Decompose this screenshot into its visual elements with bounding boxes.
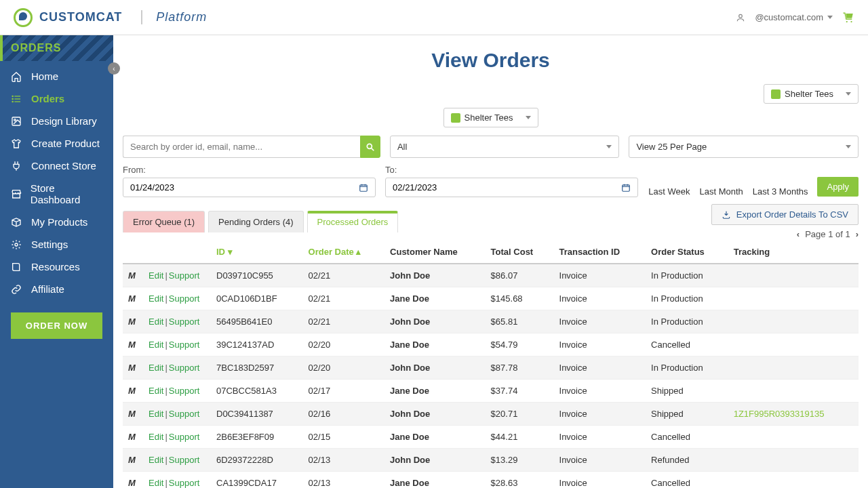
- range-last-month[interactable]: Last Month: [699, 186, 743, 197]
- row-tracking: [728, 472, 859, 489]
- row-txn[interactable]: Invoice: [554, 380, 646, 403]
- apply-button[interactable]: Apply: [817, 177, 859, 197]
- export-csv-button[interactable]: Export Order Details To CSV: [711, 204, 859, 225]
- plug-icon: [11, 161, 23, 171]
- status-filter-select[interactable]: All: [390, 136, 620, 158]
- col-order-date[interactable]: Order Date ▴: [303, 241, 384, 264]
- row-customer: John Doe: [384, 449, 486, 472]
- support-link[interactable]: Support: [169, 317, 200, 327]
- search-button[interactable]: [360, 136, 380, 158]
- support-link[interactable]: Support: [169, 293, 200, 304]
- edit-link[interactable]: Edit: [149, 293, 163, 304]
- tracking-link[interactable]: 1Z1F995R0393319135: [734, 409, 825, 419]
- sidebar-item-label: Resources: [31, 261, 80, 272]
- row-status: Shipped: [646, 380, 728, 403]
- range-last-week[interactable]: Last Week: [648, 186, 690, 197]
- page-size-select[interactable]: View 25 Per Page: [629, 136, 859, 158]
- col-id[interactable]: ID ▾: [211, 241, 303, 264]
- cart-icon[interactable]: [842, 12, 854, 24]
- page-prev[interactable]: ‹: [797, 229, 800, 239]
- edit-link[interactable]: Edit: [149, 409, 163, 419]
- to-date-input[interactable]: [393, 182, 621, 192]
- row-date: 02/21: [303, 287, 384, 310]
- gear-icon: [11, 239, 23, 250]
- support-link[interactable]: Support: [169, 478, 200, 488]
- row-cost: $37.74: [486, 380, 554, 403]
- support-link[interactable]: Support: [169, 340, 200, 350]
- support-link[interactable]: Support: [169, 432, 200, 442]
- row-txn[interactable]: Invoice: [554, 333, 646, 357]
- search-input[interactable]: [123, 136, 360, 158]
- row-txn[interactable]: Invoice: [554, 426, 646, 449]
- row-txn[interactable]: Invoice: [554, 310, 646, 333]
- support-link[interactable]: Support: [169, 409, 200, 419]
- shirt-icon: [11, 138, 23, 149]
- sidebar-item-home[interactable]: Home: [0, 65, 113, 87]
- row-txn[interactable]: Invoice: [554, 472, 646, 489]
- support-link[interactable]: Support: [169, 270, 200, 281]
- calendar-icon[interactable]: [359, 183, 368, 192]
- col-transaction-id[interactable]: Transaction ID: [554, 241, 646, 264]
- tab-error-queue[interactable]: Error Queue (1): [123, 211, 205, 232]
- col-tracking[interactable]: Tracking: [728, 241, 859, 264]
- user-menu[interactable]: @customcat.com: [755, 12, 833, 22]
- calendar-icon[interactable]: [621, 183, 631, 192]
- sidebar-item-design-library[interactable]: Design Library: [0, 110, 113, 132]
- row-actions: Edit|Support: [143, 357, 211, 380]
- row-actions: Edit|Support: [143, 403, 211, 426]
- col-actions: [143, 241, 211, 264]
- sidebar-item-my-products[interactable]: My Products: [0, 211, 113, 233]
- row-txn[interactable]: Invoice: [554, 264, 646, 287]
- user-icon: [736, 13, 745, 22]
- edit-link[interactable]: Edit: [149, 432, 163, 442]
- order-now-button[interactable]: ORDER NOW: [11, 312, 102, 339]
- row-txn[interactable]: Invoice: [554, 449, 646, 472]
- support-link[interactable]: Support: [169, 363, 200, 373]
- row-txn[interactable]: Invoice: [554, 403, 646, 426]
- col-flag: [123, 241, 143, 264]
- col-order-status[interactable]: Order Status: [646, 241, 728, 264]
- from-date-input[interactable]: [130, 182, 359, 192]
- edit-link[interactable]: Edit: [149, 317, 163, 327]
- row-tracking[interactable]: 1Z1F995R0393319135: [728, 403, 859, 426]
- row-txn[interactable]: Invoice: [554, 287, 646, 310]
- edit-link[interactable]: Edit: [149, 340, 163, 350]
- svg-point-6: [12, 96, 13, 96]
- page-next[interactable]: ›: [856, 229, 859, 239]
- caret-down-icon: [846, 145, 851, 148]
- sidebar-item-label: Design Library: [31, 115, 97, 127]
- row-flag: M: [123, 357, 143, 380]
- row-tracking: [728, 264, 859, 287]
- sidebar-item-create-product[interactable]: Create Product: [0, 132, 113, 155]
- col-customer[interactable]: Customer Name: [384, 241, 486, 264]
- link-icon: [11, 284, 23, 295]
- row-date: 02/17: [303, 380, 384, 403]
- logo[interactable]: CUSTOMCAT Platform: [14, 8, 207, 27]
- col-total-cost[interactable]: Total Cost: [486, 241, 554, 264]
- support-link[interactable]: Support: [169, 386, 200, 396]
- row-txn[interactable]: Invoice: [554, 357, 646, 380]
- store-selector-top-right[interactable]: Shelter Tees: [764, 84, 859, 104]
- support-link[interactable]: Support: [169, 455, 200, 465]
- sidebar-item-store-dashboard[interactable]: Store Dashboard: [0, 177, 113, 211]
- row-actions: Edit|Support: [143, 449, 211, 472]
- edit-link[interactable]: Edit: [149, 270, 163, 281]
- sidebar-item-connect-store[interactable]: Connect Store: [0, 155, 113, 177]
- sidebar-item-resources[interactable]: Resources: [0, 256, 113, 278]
- edit-link[interactable]: Edit: [149, 478, 163, 488]
- tab-pending-orders[interactable]: Pending Orders (4): [208, 211, 304, 232]
- edit-link[interactable]: Edit: [149, 455, 163, 465]
- sidebar-item-orders[interactable]: Orders: [0, 87, 113, 110]
- sidebar-item-affiliate[interactable]: Affiliate: [0, 278, 113, 300]
- edit-link[interactable]: Edit: [149, 363, 163, 373]
- edit-link[interactable]: Edit: [149, 386, 163, 396]
- row-date: 02/21: [303, 264, 384, 287]
- tab-processed-orders[interactable]: Processed Orders: [307, 211, 399, 232]
- sidebar-item-label: Create Product: [31, 138, 100, 149]
- range-last-3-months[interactable]: Last 3 Months: [753, 186, 808, 197]
- sidebar-collapse-button[interactable]: ‹: [108, 62, 120, 75]
- sidebar-item-settings[interactable]: Settings: [0, 233, 113, 256]
- row-flag: M: [123, 310, 143, 333]
- store-selector-center[interactable]: Shelter Tees: [443, 108, 538, 127]
- row-actions: Edit|Support: [143, 264, 211, 287]
